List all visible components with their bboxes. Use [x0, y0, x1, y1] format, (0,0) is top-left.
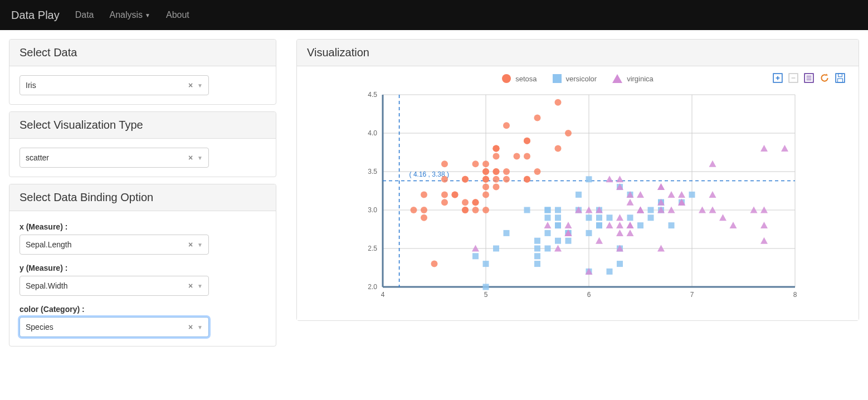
svg-text:4.5: 4.5	[368, 92, 377, 99]
svg-point-45	[441, 191, 448, 198]
x-select[interactable]: Sepal.Length × ▼	[19, 235, 209, 255]
legend-versicolor[interactable]: versicolor	[553, 74, 597, 83]
svg-point-83	[524, 138, 530, 144]
x-select-value: Sepal.Length	[26, 240, 72, 249]
legend-virginica[interactable]: virginica	[612, 74, 654, 83]
svg-rect-109	[565, 238, 572, 244]
chart-legend: setosa versicolor virginica	[305, 74, 851, 83]
svg-point-40	[421, 214, 427, 221]
svg-point-85	[534, 114, 541, 121]
square-icon	[553, 74, 562, 83]
svg-point-75	[503, 176, 510, 183]
svg-point-74	[493, 145, 500, 152]
svg-point-60	[482, 191, 489, 198]
chart-toolbar	[773, 73, 845, 83]
clear-icon[interactable]: ×	[188, 153, 193, 162]
svg-point-76	[503, 168, 510, 175]
clear-icon[interactable]: ×	[188, 281, 193, 290]
scatter-plot[interactable]: 456782.02.53.03.54.04.5( 4.16 , 3.38 )	[355, 92, 801, 304]
brand[interactable]: Data Play	[11, 9, 60, 22]
panel-binding: Select Data Binding Option x (Measure) :…	[9, 184, 276, 347]
panel-binding-title: Select Data Binding Option	[9, 184, 276, 211]
svg-point-67	[493, 184, 500, 191]
lines-icon[interactable]	[804, 73, 814, 83]
svg-text:3.0: 3.0	[368, 206, 377, 214]
nav-analysis-label: Analysis	[110, 10, 143, 20]
vis-type-value: scatter	[26, 153, 49, 162]
svg-point-77	[503, 122, 510, 129]
svg-text:5: 5	[484, 291, 488, 299]
zoom-in-icon[interactable]	[773, 73, 783, 83]
nav-about[interactable]: About	[166, 10, 189, 20]
svg-rect-98	[534, 238, 540, 244]
data-select-value: Iris	[26, 81, 36, 90]
svg-rect-129	[637, 222, 643, 228]
svg-rect-117	[586, 176, 592, 182]
save-icon[interactable]	[835, 73, 845, 83]
color-label: color (Category) :	[19, 305, 266, 314]
chevron-down-icon: ▼	[197, 242, 203, 248]
panel-vis-type: Select Visualization Type scatter × ▼	[9, 111, 276, 177]
svg-rect-127	[627, 214, 633, 221]
svg-rect-106	[555, 222, 561, 228]
clear-icon[interactable]: ×	[188, 81, 193, 90]
svg-point-43	[431, 261, 438, 267]
svg-rect-92	[493, 246, 499, 252]
chevron-down-icon: ▼	[197, 324, 203, 330]
zoom-out-icon[interactable]	[788, 73, 798, 83]
clear-icon[interactable]: ×	[188, 240, 193, 249]
panel-vis-type-title: Select Visualization Type	[9, 112, 276, 139]
svg-rect-100	[545, 230, 551, 236]
chevron-down-icon: ▼	[197, 82, 203, 89]
svg-rect-95	[534, 261, 540, 267]
svg-point-42	[421, 191, 427, 198]
svg-point-78	[514, 153, 520, 159]
svg-rect-11	[838, 79, 843, 82]
svg-point-66	[482, 160, 489, 167]
legend-setosa[interactable]: setosa	[502, 74, 537, 83]
svg-rect-120	[596, 214, 602, 221]
legend-versicolor-label: versicolor	[566, 75, 597, 83]
svg-point-57	[472, 199, 479, 206]
svg-rect-116	[586, 214, 592, 221]
y-select[interactable]: Sepal.Width × ▼	[19, 276, 209, 296]
panel-visualization: Visualization setosa versicolor virginic…	[296, 39, 859, 321]
svg-point-84	[534, 168, 541, 175]
color-select-value: Species	[26, 323, 53, 331]
svg-point-80	[524, 176, 530, 183]
chevron-down-icon: ▼	[197, 155, 203, 161]
nav-data[interactable]: Data	[75, 10, 94, 20]
svg-text:4.0: 4.0	[368, 129, 377, 137]
svg-point-55	[472, 207, 479, 213]
svg-rect-122	[607, 269, 613, 275]
panel-select-data-title: Select Data	[9, 40, 276, 66]
svg-text:4: 4	[381, 291, 385, 299]
chevron-down-icon: ▼	[197, 283, 203, 289]
svg-point-47	[441, 160, 448, 167]
data-select[interactable]: Iris × ▼	[19, 75, 209, 95]
svg-point-58	[472, 160, 479, 167]
svg-rect-130	[648, 214, 654, 221]
svg-point-86	[555, 145, 562, 152]
svg-rect-104	[555, 238, 561, 244]
svg-text:8: 8	[793, 291, 797, 299]
legend-virginica-label: virginica	[627, 75, 654, 83]
svg-rect-93	[504, 230, 510, 236]
svg-text:2.0: 2.0	[368, 283, 377, 291]
clear-icon[interactable]: ×	[188, 323, 193, 331]
svg-rect-94	[524, 207, 530, 213]
svg-point-65	[482, 168, 489, 175]
svg-rect-103	[545, 207, 551, 213]
x-label: x (Measure) :	[19, 222, 266, 231]
svg-text:2.5: 2.5	[368, 245, 377, 252]
color-select[interactable]: Species × ▼	[19, 317, 209, 337]
refresh-icon[interactable]	[820, 73, 830, 83]
svg-point-49	[452, 191, 459, 198]
circle-icon	[502, 74, 511, 83]
nav-analysis[interactable]: Analysis ▼	[110, 10, 150, 20]
svg-rect-131	[648, 207, 654, 213]
svg-text:7: 7	[690, 291, 694, 299]
svg-rect-91	[483, 261, 489, 267]
svg-rect-108	[555, 207, 561, 213]
vis-type-select[interactable]: scatter × ▼	[19, 148, 209, 168]
